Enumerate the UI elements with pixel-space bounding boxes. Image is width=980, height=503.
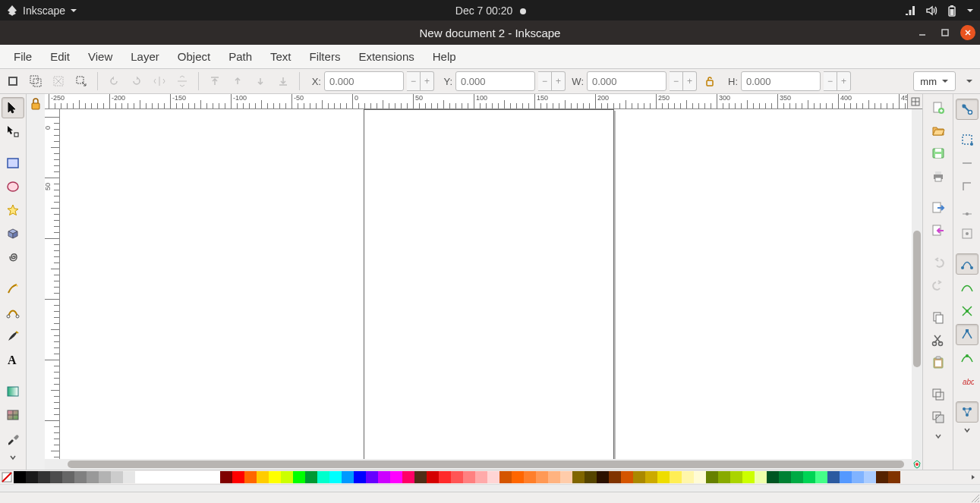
snap-cusp-button[interactable]: [956, 324, 978, 345]
calligraphy-tool[interactable]: [2, 325, 24, 347]
color-swatch[interactable]: [87, 471, 99, 483]
snap-intersection-button[interactable]: [956, 300, 978, 322]
snap-text-button[interactable]: abc: [956, 371, 978, 392]
menu-view[interactable]: View: [79, 47, 121, 66]
h-minus-button[interactable]: −: [824, 71, 837, 91]
ellipse-tool[interactable]: [2, 176, 24, 197]
undo-button[interactable]: [928, 253, 949, 272]
scrollbar-thumb[interactable]: [913, 231, 921, 367]
color-swatch[interactable]: [257, 471, 269, 483]
snap-enable-button[interactable]: [956, 99, 978, 120]
color-swatch[interactable]: [597, 471, 609, 483]
color-swatch[interactable]: [50, 471, 62, 483]
menu-path[interactable]: Path: [219, 47, 261, 66]
ruler-corner-button[interactable]: [907, 94, 922, 109]
snap-bbox-midpoint-button[interactable]: [956, 200, 978, 221]
color-swatch[interactable]: [74, 471, 87, 483]
color-swatch[interactable]: [560, 471, 572, 483]
palette-menu-button[interactable]: [966, 473, 980, 481]
snap-bbox-center-button[interactable]: [956, 223, 978, 244]
raise-button[interactable]: [228, 71, 247, 91]
lock-aspect-button[interactable]: [700, 71, 720, 91]
color-swatch[interactable]: [633, 471, 645, 483]
unit-selector[interactable]: mm: [913, 71, 956, 91]
color-swatch[interactable]: [888, 471, 900, 483]
x-input[interactable]: [324, 71, 404, 91]
color-swatch[interactable]: [123, 471, 135, 483]
selector-tool[interactable]: [2, 97, 24, 118]
color-swatch[interactable]: [135, 471, 147, 483]
color-swatch[interactable]: [451, 471, 463, 483]
color-swatch[interactable]: [62, 471, 74, 483]
color-swatch[interactable]: [621, 471, 633, 483]
color-swatch[interactable]: [38, 471, 50, 483]
color-swatch[interactable]: [827, 471, 840, 483]
system-clock[interactable]: Dec 7 00:20: [77, 5, 904, 17]
w-plus-button[interactable]: +: [683, 71, 697, 91]
bezier-tool[interactable]: [2, 302, 24, 323]
clone-button[interactable]: [928, 408, 949, 426]
color-swatch[interactable]: [524, 471, 536, 483]
color-swatch[interactable]: [706, 471, 718, 483]
color-swatch[interactable]: [184, 471, 196, 483]
horizontal-ruler[interactable]: -250-200-150-100-50050100150200250300350…: [45, 94, 922, 109]
color-swatch[interactable]: [730, 471, 742, 483]
snap-bbox-button[interactable]: [956, 129, 978, 150]
rotate-ccw-button[interactable]: [104, 71, 124, 91]
color-swatch[interactable]: [499, 471, 512, 483]
color-swatch[interactable]: [755, 471, 767, 483]
redo-button[interactable]: [928, 276, 949, 294]
color-swatch[interactable]: [840, 471, 852, 483]
color-swatch[interactable]: [244, 471, 257, 483]
menu-extensions[interactable]: Extensions: [349, 47, 423, 66]
color-swatch[interactable]: [463, 471, 475, 483]
menu-object[interactable]: Object: [169, 47, 219, 66]
color-swatch[interactable]: [742, 471, 755, 483]
menu-text[interactable]: Text: [261, 47, 301, 66]
menu-edit[interactable]: Edit: [41, 47, 79, 66]
color-swatch[interactable]: [14, 471, 26, 483]
pencil-tool[interactable]: [2, 278, 24, 300]
color-swatch[interactable]: [475, 471, 487, 483]
commands-overflow-button[interactable]: [928, 431, 949, 442]
copy-button[interactable]: [928, 308, 949, 326]
snap-overflow-button[interactable]: [956, 425, 978, 435]
app-menu[interactable]: Inkscape: [6, 5, 77, 17]
y-input[interactable]: [455, 71, 535, 91]
color-swatch[interactable]: [269, 471, 281, 483]
y-plus-button[interactable]: +: [552, 71, 566, 91]
color-swatch[interactable]: [487, 471, 499, 483]
box3d-tool[interactable]: [2, 223, 24, 244]
color-swatch[interactable]: [682, 471, 694, 483]
color-swatch[interactable]: [779, 471, 791, 483]
text-tool[interactable]: A: [2, 349, 24, 370]
new-document-button[interactable]: [928, 99, 949, 117]
color-swatch[interactable]: [172, 471, 184, 483]
star-tool[interactable]: [2, 200, 24, 221]
window-close-button[interactable]: [960, 25, 975, 40]
export-button[interactable]: [928, 222, 949, 240]
color-swatch[interactable]: [26, 471, 38, 483]
lower-button[interactable]: [251, 71, 270, 91]
x-minus-button[interactable]: −: [407, 71, 421, 91]
lower-to-bottom-button[interactable]: [273, 71, 293, 91]
select-all-layers-button[interactable]: [26, 71, 46, 91]
color-swatch[interactable]: [670, 471, 682, 483]
snap-smooth-button[interactable]: [956, 347, 978, 369]
vertical-scrollbar[interactable]: [912, 109, 922, 459]
x-plus-button[interactable]: +: [421, 71, 434, 91]
window-minimize-button[interactable]: [915, 25, 930, 40]
system-tray[interactable]: [904, 5, 974, 17]
window-maximize-button[interactable]: [937, 25, 953, 40]
color-swatch[interactable]: [196, 471, 208, 483]
snap-bbox-edge-button[interactable]: [956, 152, 978, 174]
color-swatch[interactable]: [378, 471, 390, 483]
toggle-selection-box-button[interactable]: [71, 71, 91, 91]
color-swatch[interactable]: [585, 471, 597, 483]
palette-scrollbar[interactable]: [0, 484, 980, 492]
no-fill-swatch[interactable]: [0, 471, 14, 483]
color-swatch[interactable]: [390, 471, 402, 483]
color-swatch[interactable]: [791, 471, 803, 483]
scrollbar-thumb[interactable]: [68, 461, 904, 468]
color-swatch[interactable]: [220, 471, 232, 483]
